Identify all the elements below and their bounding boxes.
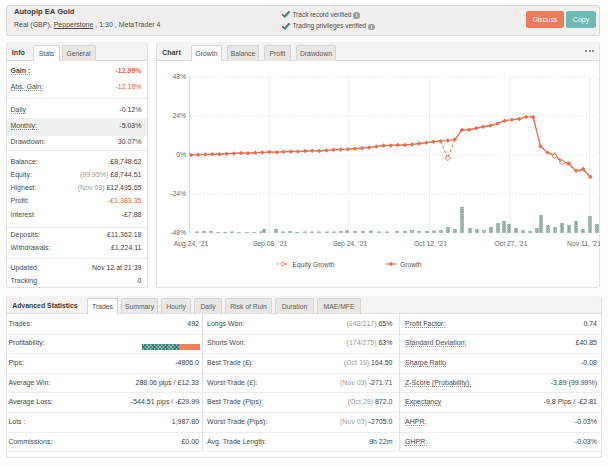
- svg-text:24%: 24%: [172, 112, 186, 119]
- svg-text:Aug 24, ’21: Aug 24, ’21: [174, 240, 209, 248]
- svg-text:-24%: -24%: [170, 190, 186, 197]
- svg-text:Oct 12, ’21: Oct 12, ’21: [414, 240, 447, 247]
- svg-text:Nov 11, ’21: Nov 11, ’21: [567, 240, 600, 247]
- svg-text:Sep 24, ’21: Sep 24, ’21: [333, 240, 368, 248]
- svg-text:Sep 08, ’21: Sep 08, ’21: [253, 240, 288, 248]
- svg-text:-48%: -48%: [170, 229, 186, 236]
- svg-text:Equity Growth: Equity Growth: [293, 261, 335, 269]
- svg-text:0%: 0%: [176, 151, 186, 158]
- svg-text:48%: 48%: [172, 73, 186, 80]
- svg-text:Growth: Growth: [400, 261, 422, 268]
- svg-text:Oct 27, ’21: Oct 27, ’21: [495, 240, 528, 247]
